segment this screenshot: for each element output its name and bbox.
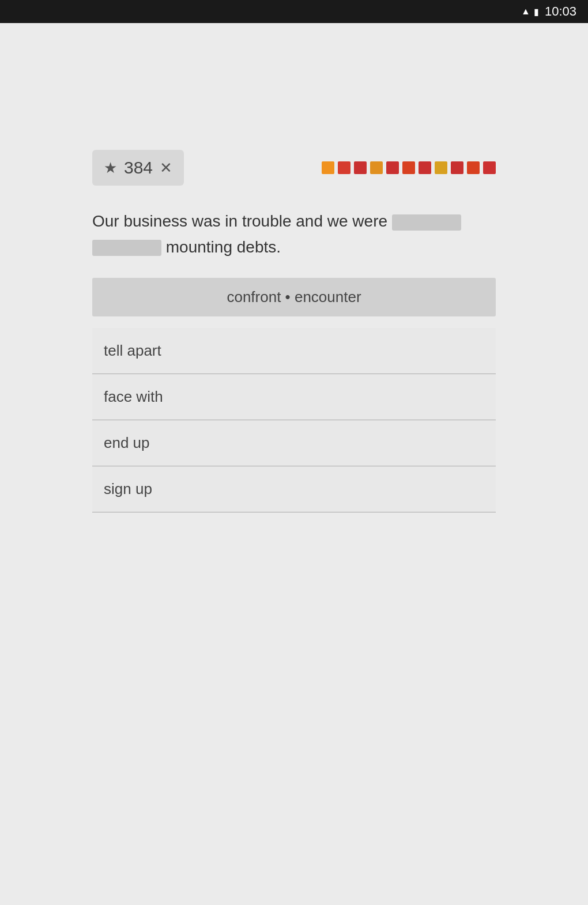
option-item-1[interactable]: face with xyxy=(92,374,496,420)
close-icon[interactable]: ✕ xyxy=(160,159,172,177)
blank-box-1 xyxy=(392,214,461,231)
blank-box-2 xyxy=(92,240,161,256)
signal-icon: ▲ xyxy=(521,6,530,17)
status-time: 10:03 xyxy=(545,4,576,19)
progress-dot-5 xyxy=(402,161,415,174)
top-row: ★ 384 ✕ xyxy=(92,150,496,186)
progress-dot-7 xyxy=(435,161,447,174)
option-item-3[interactable]: sign up xyxy=(92,466,496,512)
progress-dot-1 xyxy=(338,161,350,174)
status-icons: ▲ ▮ xyxy=(521,6,539,17)
progress-dot-2 xyxy=(354,161,367,174)
definition-bar: confront • encounter xyxy=(92,278,496,316)
progress-dot-6 xyxy=(419,161,431,174)
option-item-2[interactable]: end up xyxy=(92,420,496,466)
progress-dot-8 xyxy=(451,161,463,174)
score-number: 384 xyxy=(124,158,153,178)
progress-dot-9 xyxy=(467,161,480,174)
progress-dot-0 xyxy=(322,161,334,174)
score-badge[interactable]: ★ 384 ✕ xyxy=(92,150,184,186)
battery-icon: ▮ xyxy=(534,6,539,17)
options-container: tell apartface withend upsign up xyxy=(92,328,496,512)
sentence-area: Our business was in trouble and we were … xyxy=(92,209,496,261)
progress-dot-3 xyxy=(370,161,383,174)
star-icon: ★ xyxy=(104,159,117,177)
main-content: ★ 384 ✕ Our business was in trouble and … xyxy=(0,127,588,536)
progress-dots xyxy=(322,161,496,174)
progress-dot-4 xyxy=(386,161,399,174)
status-bar: ▲ ▮ 10:03 xyxy=(0,0,588,23)
option-item-0[interactable]: tell apart xyxy=(92,328,496,374)
progress-dot-10 xyxy=(483,161,496,174)
definition-text: confront • encounter xyxy=(227,288,361,306)
sentence-before: Our business was in trouble and we were xyxy=(92,212,387,230)
sentence-after: mounting debts. xyxy=(166,238,281,256)
